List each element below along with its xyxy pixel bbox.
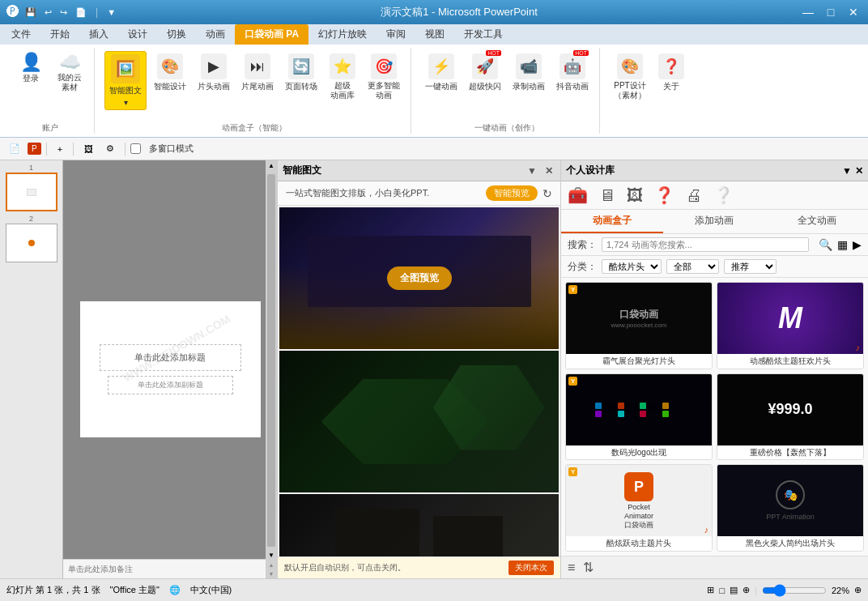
smart-graphic-button[interactable]: 🖼️ 智能图文 ▾ [104,51,147,110]
ppt-design-button[interactable]: 🎨 PPT设计（素材） [610,51,650,103]
image-btn[interactable]: 🖼 [79,142,99,156]
category-select[interactable]: 酷炫片头 [602,259,662,274]
tab-transition[interactable]: 切换 [157,24,196,45]
smart-card-2[interactable]: 👤 [279,351,559,492]
tab-view[interactable]: 视图 [415,24,454,45]
slide-thumb-2[interactable] [6,224,57,262]
v-scrollbar[interactable]: ▲ ▼ ▲ ▼ [266,160,277,578]
anim-card-huocharen[interactable]: 🎭 PPT Animation 黑色火柴人简约出场片头 [717,464,864,552]
settings-btn[interactable]: ⚙ [100,141,120,156]
printer-icon[interactable]: 🖨 [686,186,702,205]
design-panel-dropdown[interactable]: ▼ [842,165,852,177]
question-icon[interactable]: ❓ [654,185,674,205]
ribbon-tabs: 文件 开始 插入 设计 切换 动画 口袋动画 PA 幻灯片放映 审阅 视图 开发… [0,24,868,45]
smart-graphic-icon: 🖼️ [111,54,140,83]
undo-quick-btn[interactable]: ↩ [42,6,54,19]
smart-refresh-icon[interactable]: ↻ [542,187,552,200]
maximize-button[interactable]: □ [823,6,839,19]
minimize-button[interactable]: — [800,6,816,19]
zoom-icon[interactable]: ⊕ [854,585,862,595]
design-panel-header: 个人设计库 ▼ ✕ [561,160,868,181]
ai-design-label: 动画盒子（智能） [222,119,287,134]
smart-preview-button[interactable]: 智能预览 [486,185,538,201]
anim-card-shuma[interactable]: Y 数码光logo出现 [565,373,713,461]
smart-card-3[interactable]: 👤 [279,494,559,556]
customize-quick-btn[interactable]: ▼ [104,6,118,18]
card-1-overlay: 全图预览 [279,207,559,349]
new-quick-btn[interactable]: 📄 [73,6,89,19]
multiwindow-checkbox[interactable] [130,143,141,154]
tab-animation[interactable]: 动画 [196,24,235,45]
super-flash-button[interactable]: 🚀 HOT 超级快闪 [465,51,505,95]
anim-card-baqizhan[interactable]: Y 口袋动画 www.pooocket.com 霸气展台聚光灯片头 [565,282,713,369]
view-slide-icon[interactable]: □ [719,586,725,595]
smart-panel-dropdown[interactable]: ▼ [525,164,539,177]
boxes-icon[interactable]: 🧰 [568,185,588,205]
image-icon[interactable]: 🖼 [627,186,643,205]
label-2: 动感酷炫主题狂欢片头 [717,354,863,369]
scroll-down-arrow[interactable]: ▼ [268,552,274,559]
design-panel-close[interactable]: ✕ [855,165,863,177]
my-cloud-button[interactable]: ☁️ 我的云素材 [52,51,87,95]
toolbar-add-btn[interactable]: + [52,142,68,156]
tab-file[interactable]: 文件 [2,24,40,45]
scroll-bottom-2[interactable]: ▼ [269,571,274,577]
anim-card-zhongpang[interactable]: ¥999.0 重磅价格【轰然下落】 [717,373,864,461]
notif-close-button[interactable]: 关闭本次 [508,561,554,575]
new-slide-btn[interactable]: 📄 [3,141,26,156]
page-transition-button[interactable]: 🔄 页面转场 [281,51,321,95]
closing-anim-button[interactable]: ⏭ 片尾动画 [237,51,278,95]
tab-insert[interactable]: 插入 [79,24,118,45]
tab-animation-box[interactable]: 动画盒子 [561,210,663,233]
tab-full-animation[interactable]: 全文动画 [766,210,868,233]
zoom-slider[interactable] [762,584,827,597]
anim-card-donggan[interactable]: M ♪ 动感酷炫主题狂欢片头 [717,282,864,369]
slide-notes-area[interactable]: 单击此处添加备注 [63,559,266,578]
smart-card-1[interactable]: 👤 全图预览 [279,207,559,349]
anim-card-kuaxuan[interactable]: Y P PocketAnimator口袋动画 ♪ 酷炫跃动主题片头 [565,464,713,552]
canvas-subtitle-placeholder[interactable]: 单击此处添加副标题 [108,376,233,394]
all-select[interactable]: 全部 [666,259,719,274]
canvas-title-placeholder[interactable]: 单击此处添加标题 [100,344,241,371]
flash-icon: 🚀 HOT [472,53,498,79]
opening-anim-button[interactable]: ▶ 片头动画 [194,51,234,95]
scroll-up-arrow[interactable]: ▲ [268,162,274,169]
login-label: 登录 [23,73,39,84]
save-quick-btn[interactable]: 💾 [23,6,39,19]
slide-thumb-1[interactable] [6,173,57,211]
close-button[interactable]: ✕ [845,6,862,19]
footer-menu-icon[interactable]: ≡ [568,561,575,575]
search-input[interactable] [602,237,809,252]
filter-icon[interactable]: ▦ [837,238,848,251]
recommend-select[interactable]: 推荐 [724,259,777,274]
footer-arrows-icon[interactable]: ⇅ [583,560,594,575]
login-button[interactable]: 👤 登录 [13,51,49,87]
tab-home[interactable]: 开始 [40,24,79,45]
monitor-icon[interactable]: 🖥 [599,186,615,205]
super-library-button[interactable]: ⭐ 超级动画库 [325,51,360,103]
search-icon[interactable]: 🔍 [819,238,832,251]
tab-pocket-animation[interactable]: 口袋动画 PA [235,24,308,45]
scroll-thumb[interactable] [267,174,275,547]
record-anim-button[interactable]: 📹 录制动画 [508,51,549,95]
pptdesign-buttons: 🎨 PPT设计（素材） ❓ 关于 [610,48,689,130]
one-click-button[interactable]: ⚡ 一键动画 [421,51,462,95]
about-button[interactable]: ❓ 关于 [653,51,689,95]
tab-developer[interactable]: 开发工具 [454,24,513,45]
help-icon[interactable]: ❔ [713,185,734,205]
view-grid-icon[interactable]: ⊕ [742,585,750,595]
tab-slideshow[interactable]: 幻灯片放映 [308,24,377,45]
view-normal-icon[interactable]: ⊞ [707,585,714,595]
arrow-right-icon[interactable]: ▶ [853,238,862,251]
douyin-button[interactable]: 🤖 HOT 抖音动画 [552,51,593,95]
scroll-bottom-1[interactable]: ▲ [269,562,274,568]
tab-review[interactable]: 审阅 [377,24,415,45]
smart-design-button[interactable]: 🎨 智能设计 [150,51,190,95]
smart-panel-close[interactable]: ✕ [542,164,555,177]
redo-quick-btn[interactable]: ↪ [57,6,70,19]
view-notes-icon[interactable]: ▤ [730,585,738,595]
tab-design[interactable]: 设计 [118,24,157,45]
ppt-icon-btn[interactable]: P [28,143,41,155]
more-smart-button[interactable]: 🎯 更多智能动画 [364,51,404,103]
tab-add-animation[interactable]: 添加动画 [663,210,765,233]
